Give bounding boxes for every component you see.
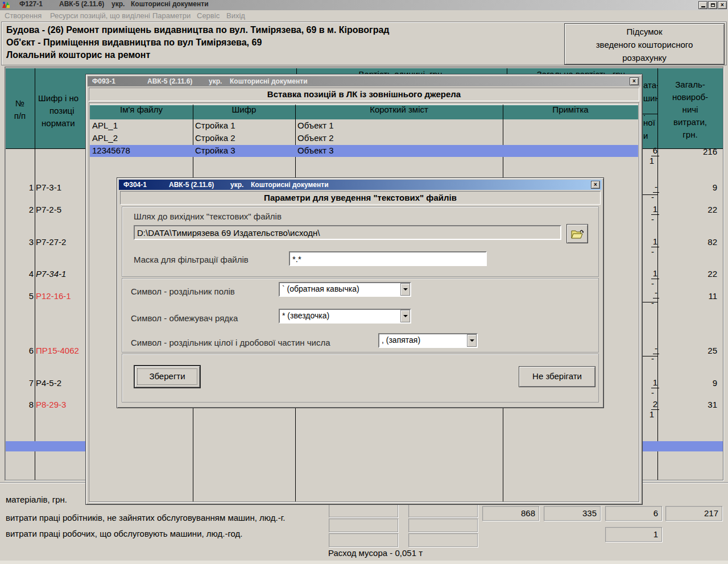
path-group: Шлях до вихідних "текстових" файлів Маск…: [122, 206, 599, 277]
menu-item-servis[interactable]: Сервіс: [197, 11, 220, 20]
decimal-separator-label: Символ - роздільник цілої і дробової час…: [131, 338, 330, 347]
chevron-down-icon[interactable]: [400, 283, 410, 296]
menu-item-parametry[interactable]: Параметри: [152, 11, 191, 20]
total-field: 6: [605, 506, 662, 521]
machine-workers-label: витрати праці робочих, що обслуговують м…: [6, 529, 243, 538]
fraction-cell: --: [642, 183, 659, 202]
line-terminator-combo[interactable]: * (звездочка): [279, 309, 411, 324]
separators-group: Символ - роздільник полів ` (обратная ка…: [122, 278, 599, 353]
path-input[interactable]: [134, 225, 561, 240]
overhead-total: 25: [708, 346, 717, 355]
overhead-total: 22: [708, 269, 717, 279]
app-icon: [2, 1, 11, 10]
fraction-cell: --: [642, 288, 659, 308]
fraction-cell: --: [642, 344, 659, 363]
summary-calc-button[interactable]: Підсумок зведеного кошторисного розрахун…: [564, 23, 725, 65]
titlebar-app-name: АВК-5 (2.11.6): [169, 180, 214, 190]
menu-item-vykhid[interactable]: Вихід: [226, 11, 245, 20]
save-button[interactable]: Зберегти: [134, 365, 201, 388]
empty-field: [408, 504, 478, 517]
overhead-total: 31: [708, 400, 717, 409]
position-code[interactable]: Р7-2-5: [36, 205, 61, 214]
position-code[interactable]: ПР15-4062: [36, 346, 79, 355]
menu-item-resursy[interactable]: Ресурси позицій, що виділені: [50, 11, 150, 20]
field-separator-label: Символ - роздільник полів: [131, 287, 235, 296]
titlebar-doc-name: Кошторисні документи: [251, 180, 329, 190]
empty-field: [329, 519, 398, 532]
empty-field: [408, 533, 478, 547]
params-dialog-heading: Параметри для уведення "текстових" файлі…: [120, 191, 601, 205]
total-field: 868: [482, 506, 539, 521]
path-label: Шлях до вихідних "текстових" файлів: [134, 212, 282, 221]
params-dialog-titlebar: Ф304-1 АВК-5 (2.11.6) укр. Кошторисні до…: [119, 180, 602, 190]
decimal-separator-combo[interactable]: , (запятая): [378, 333, 478, 348]
mask-input[interactable]: [289, 251, 487, 266]
close-button[interactable]: ×: [718, 1, 727, 9]
overhead-total: 82: [708, 237, 717, 247]
titlebar-form-code: Ф127-1: [19, 0, 43, 8]
total-field: 217: [665, 506, 722, 521]
chevron-down-icon[interactable]: [467, 334, 477, 347]
budova-line: Будова - (26) Ремонт приміщень видавницт…: [6, 25, 389, 35]
minimize-button[interactable]: [698, 1, 708, 9]
main-titlebar: Ф127-1 АВК-5 (2.11.6) укр. Кошторисні до…: [0, 0, 728, 10]
fraction-cell: 1-: [642, 269, 659, 288]
total-field: 335: [544, 506, 601, 521]
code-col-header: Шифр і но: [38, 93, 85, 103]
overhead-total: 9: [713, 378, 717, 388]
workers-label: витрати праці робітників, не зайнятих об…: [6, 513, 285, 522]
fraction-cell: 21: [642, 400, 659, 419]
position-code[interactable]: Р4-5-2: [36, 378, 61, 388]
machines-col-fragment: ата-: [643, 80, 657, 90]
koshtorys-line: Локальний кошторис на ремонт: [6, 50, 150, 60]
fraction-cell: 61: [642, 146, 659, 165]
overhead-total: 11: [708, 291, 717, 301]
fraction-cell: 1-: [642, 205, 659, 224]
fraction-cell: 1-: [642, 378, 659, 397]
empty-field: [329, 533, 398, 547]
empty-field: [408, 519, 478, 532]
position-code[interactable]: Р7-34-1: [36, 269, 66, 279]
position-code[interactable]: Р7-27-2: [36, 237, 66, 247]
overhead-total: 22: [708, 205, 717, 214]
fraction-cell: 1-: [642, 237, 659, 256]
materials-label: матеріалів, грн.: [6, 495, 67, 504]
position-code[interactable]: Р8-29-3: [36, 400, 66, 409]
titlebar-app-name: АВК-5 (2.11.6): [59, 0, 104, 8]
num-col-header: №: [5, 98, 35, 108]
total-field: 1: [605, 527, 662, 542]
chevron-down-icon[interactable]: [400, 310, 410, 322]
titlebar-lang: укр.: [230, 180, 243, 190]
overhead-total: 216: [703, 147, 717, 156]
empty-field: [329, 504, 398, 517]
menu-item-stvorennya[interactable]: Створення: [5, 11, 42, 20]
overhead-total: 9: [713, 183, 717, 192]
close-icon[interactable]: ×: [591, 181, 600, 189]
mask-label: Маска для фільтрації файлів: [134, 255, 249, 264]
position-code[interactable]: Р7-3-1: [36, 183, 61, 192]
titlebar-form-code: Ф093-1: [92, 76, 115, 86]
browse-folder-button[interactable]: [566, 224, 588, 243]
titlebar-app-name: АВК-5 (2.11.6): [147, 76, 192, 86]
position-code[interactable]: Р12-16-1: [36, 291, 71, 301]
restore-button[interactable]: [708, 1, 717, 9]
col-header-content: Короткий зміст: [295, 105, 503, 114]
field-separator-combo[interactable]: ` (обратная кавычка): [279, 282, 411, 297]
no-save-button[interactable]: Не зберігати: [519, 366, 595, 387]
overhead-col-header: Загаль-: [657, 80, 723, 89]
titlebar-lang: укр.: [111, 0, 125, 8]
menubar: Створення Ресурси позицій, що виділені П…: [0, 10, 728, 20]
col-header-cipher: Шифр: [193, 105, 295, 114]
open-folder-icon: [571, 229, 585, 239]
insert-dialog-heading: Вставка позицій в ЛК із зовнішнього джер…: [89, 88, 639, 101]
titlebar-lang: укр.: [209, 76, 222, 86]
garbage-consumption-status: Расход мусора - 0,051 т: [273, 548, 478, 558]
col-header-filename: Ім'я файлу: [90, 105, 193, 114]
titlebar-doc-name: Кошторисні документи: [131, 0, 209, 8]
titlebar-doc-name: Кошторисні документи: [230, 76, 308, 86]
close-icon[interactable]: ×: [630, 77, 639, 85]
buttons-group: Зберегти Не зберігати: [122, 354, 599, 403]
line-terminator-label: Символ - обмежувач рядка: [131, 313, 238, 323]
text-params-dialog: Ф304-1 АВК-5 (2.11.6) укр. Кошторисні до…: [117, 177, 604, 408]
obyekt-line: Об'єкт - Приміщення видавництва по вул Т…: [6, 38, 262, 48]
